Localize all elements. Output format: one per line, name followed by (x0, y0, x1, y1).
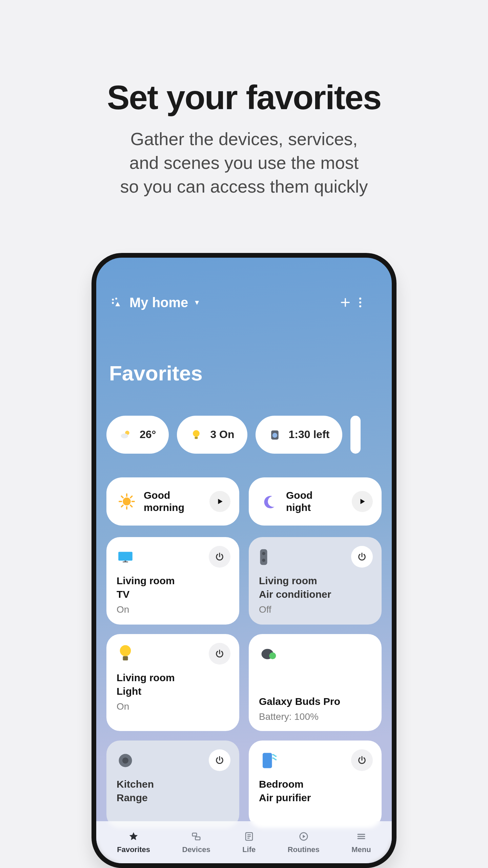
svg-rect-34 (192, 833, 197, 836)
svg-line-14 (130, 505, 132, 507)
tab-routines[interactable]: Routines (288, 830, 320, 854)
device-card[interactable]: Living roomLightOn (106, 634, 239, 731)
routines-icon (298, 830, 310, 843)
phone-frame: My home ▼ Favorites 26°3 On1:30 left Goo… (92, 253, 396, 868)
svg-rect-28 (123, 656, 128, 660)
ac-icon (259, 547, 280, 568)
scene-card[interactable]: Goodmorning (106, 477, 239, 526)
device-room: Living room (259, 575, 371, 587)
power-button[interactable] (209, 749, 230, 771)
sun-icon (117, 491, 137, 512)
device-name: Light (117, 686, 229, 697)
device-room: Living room (117, 672, 229, 684)
svg-point-26 (262, 558, 265, 561)
svg-point-11 (272, 433, 277, 437)
buds-icon (259, 644, 280, 665)
svg-rect-9 (195, 437, 198, 439)
scene-label: Goodmorning (144, 489, 203, 514)
svg-point-27 (120, 645, 131, 656)
device-card[interactable]: BedroomAir purifier (249, 741, 382, 828)
device-room: Living room (117, 575, 229, 587)
power-button[interactable] (209, 643, 230, 665)
svg-point-4 (359, 301, 361, 303)
status-pill-row: 26°3 On1:30 left (106, 416, 382, 454)
status-pill[interactable] (350, 416, 361, 454)
device-name: Range (117, 792, 229, 804)
svg-point-8 (193, 430, 200, 437)
tv-icon (117, 547, 138, 568)
range-icon (117, 750, 138, 771)
tab-life[interactable]: Life (242, 830, 256, 854)
svg-point-0 (112, 299, 114, 301)
device-status: On (117, 701, 229, 712)
power-button[interactable] (351, 749, 373, 771)
power-button[interactable] (209, 546, 230, 568)
svg-point-5 (359, 305, 361, 307)
device-status: Off (259, 604, 371, 615)
add-button[interactable] (340, 297, 359, 308)
page-title: Favorites (109, 361, 382, 385)
svg-rect-21 (118, 552, 133, 560)
svg-rect-23 (124, 560, 126, 562)
device-status: Battery: 100% (259, 711, 371, 722)
svg-rect-35 (196, 837, 200, 840)
pill-label: 3 On (210, 428, 234, 441)
svg-point-25 (262, 552, 265, 555)
svg-point-2 (112, 302, 114, 304)
bottom-nav: FavoritesDevicesLifeRoutinesMenu (96, 821, 392, 863)
svg-rect-24 (260, 549, 267, 565)
svg-rect-33 (263, 753, 272, 768)
svg-point-30 (269, 652, 276, 659)
device-status: On (117, 604, 229, 615)
app-bar: My home ▼ (106, 258, 382, 310)
device-card[interactable]: Living roomTVOn (106, 537, 239, 625)
device-name: Galaxy Buds Pro (259, 696, 371, 707)
devices-icon (190, 830, 202, 843)
tab-label: Life (242, 845, 256, 854)
svg-point-7 (121, 433, 128, 438)
smartthings-logo-icon (110, 297, 122, 308)
chevron-down-icon[interactable]: ▼ (194, 299, 200, 307)
device-card[interactable]: Living roomAir conditionerOff (249, 537, 382, 625)
menu-icon (355, 830, 367, 843)
svg-point-32 (122, 757, 128, 763)
status-pill[interactable]: 3 On (177, 416, 247, 454)
more-menu-button[interactable] (359, 297, 378, 308)
weather-cloud-sun-icon (119, 428, 132, 441)
svg-point-3 (359, 298, 361, 300)
tab-menu[interactable]: Menu (351, 830, 371, 854)
power-button[interactable] (351, 546, 373, 568)
tab-favorites[interactable]: Favorites (117, 830, 150, 854)
device-name: Air purifier (259, 792, 371, 804)
pill-label: 1:30 left (289, 428, 330, 441)
scene-row: Goodmorning Goodnight (106, 477, 382, 526)
svg-line-18 (121, 496, 123, 498)
tab-label: Routines (288, 845, 320, 854)
run-scene-button[interactable] (352, 491, 373, 512)
hero-title: Set your favorites (107, 78, 381, 117)
tab-label: Favorites (117, 845, 150, 854)
device-card[interactable]: KitchenRange (106, 741, 239, 828)
scene-label: Goodnight (286, 489, 345, 514)
purifier-icon (259, 750, 280, 771)
bulb-on-icon (190, 428, 203, 441)
device-room: Kitchen (117, 778, 229, 790)
device-card[interactable]: Galaxy Buds ProBattery: 100% (249, 634, 382, 731)
device-grid: Living roomTVOnLiving roomAir conditione… (106, 537, 382, 828)
svg-line-20 (130, 496, 132, 498)
tab-label: Devices (182, 845, 210, 854)
scene-card[interactable]: Goodnight (249, 477, 382, 526)
bulb-icon (117, 644, 138, 665)
life-icon (243, 830, 255, 843)
run-scene-button[interactable] (209, 491, 230, 512)
tab-label: Menu (351, 845, 371, 854)
hero-subtitle: Gather the devices, services, and scenes… (107, 127, 381, 199)
svg-point-12 (123, 497, 130, 505)
svg-line-16 (121, 505, 123, 507)
status-pill[interactable]: 26° (106, 416, 169, 454)
tab-devices[interactable]: Devices (182, 830, 210, 854)
status-pill[interactable]: 1:30 left (256, 416, 343, 454)
pill-label: 26° (140, 428, 156, 441)
washer-icon (268, 428, 281, 441)
location-selector[interactable]: My home (129, 295, 188, 310)
